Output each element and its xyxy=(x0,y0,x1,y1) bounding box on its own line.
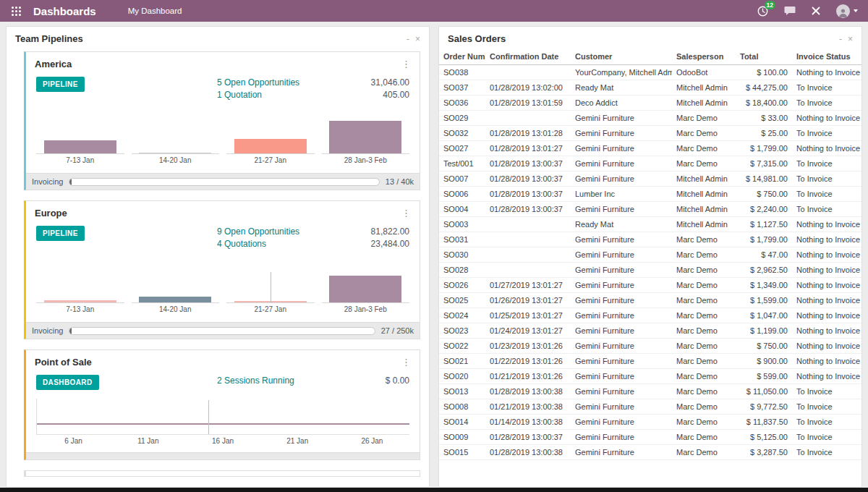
table-cell: Marc Demo xyxy=(672,354,736,369)
kpi-value: $ 0.00 xyxy=(346,375,409,387)
quotations-link[interactable]: 1 Quotation xyxy=(217,89,346,101)
table-row[interactable]: SO029Gemini FurnitureMarc Demo$ 33.00Not… xyxy=(439,111,862,126)
line-chart-pos: 6 Jan11 Jan16 Jan21 Jan26 Jan xyxy=(26,390,420,445)
column-header[interactable]: Invoice Status xyxy=(792,48,862,65)
table-cell: Ready Mat xyxy=(571,80,672,96)
invoicing-row: Invoicing 13 / 40k xyxy=(26,173,420,190)
x-tick-label: 16 Jan xyxy=(185,437,260,445)
bar-group: 28 Jan-3 Feb xyxy=(322,263,410,313)
table-row[interactable]: SO03601/28/2019 13:01:59Deco AddictMitch… xyxy=(439,96,862,111)
bar[interactable] xyxy=(329,276,401,302)
messages-button[interactable] xyxy=(784,6,796,16)
app-title[interactable]: Dashboards xyxy=(33,5,96,17)
x-tick-label: 7-13 Jan xyxy=(36,303,124,313)
kebab-menu-icon[interactable]: ⋮ xyxy=(401,357,411,367)
table-cell: SO025 xyxy=(439,293,485,308)
open-opportunities-link[interactable]: 9 Open Opportunities xyxy=(217,226,346,238)
bar-area xyxy=(226,114,315,154)
table-cell: SO028 xyxy=(439,263,485,278)
column-header[interactable]: Order Number xyxy=(439,48,485,65)
table-row[interactable]: Test/00101/28/2019 13:00:37Gemini Furnit… xyxy=(439,156,862,171)
table-row[interactable]: SO02401/25/2019 13:01:27Gemini Furniture… xyxy=(439,308,862,323)
close-icon[interactable]: × xyxy=(848,34,853,44)
table-row[interactable]: SO00601/28/2019 13:00:37Lumber IncMitche… xyxy=(439,187,862,202)
table-row[interactable]: SO028Gemini FurnitureMarc Demo$ 2,962.50… xyxy=(439,263,862,278)
table-row[interactable]: SO02601/27/2019 13:01:27Gemini Furniture… xyxy=(439,278,862,293)
panel-header: Sales Orders - × xyxy=(439,27,861,48)
dashboard-button[interactable]: DASHBOARD xyxy=(36,375,99,390)
table-row[interactable]: SO00701/28/2019 13:00:37Gemini Furniture… xyxy=(439,171,862,187)
table-row[interactable]: SO01301/28/2019 13:00:38Gemini Furniture… xyxy=(439,384,862,399)
activities-button[interactable]: 12 xyxy=(757,6,768,17)
table-cell: To Invoice xyxy=(792,430,862,445)
table-row[interactable]: SO03701/28/2019 13:02:00Ready MatMitchel… xyxy=(439,80,862,96)
pipeline-button[interactable]: PIPELINE xyxy=(36,77,85,92)
bar[interactable] xyxy=(44,140,116,153)
table-cell: 01/28/2019 13:00:37 xyxy=(485,430,571,445)
table-cell: Ready Mat xyxy=(571,217,672,232)
table-row[interactable]: SO038YourCompany, Mitchell AdminOdooBot$… xyxy=(439,65,862,80)
column-header[interactable]: Salesperson xyxy=(672,48,736,65)
table-cell: Marc Demo xyxy=(672,399,736,415)
x-tick-label: 14-20 Jan xyxy=(132,303,220,313)
table-cell: 01/28/2019 13:01:27 xyxy=(485,141,571,156)
table-row[interactable]: SO02501/26/2019 13:01:27Gemini Furniture… xyxy=(439,293,862,308)
close-session-button[interactable] xyxy=(812,7,820,15)
column-header[interactable]: Total xyxy=(736,48,792,65)
minimize-button[interactable]: - xyxy=(839,34,842,44)
bar[interactable] xyxy=(139,297,211,302)
table-cell: $ 1,599.00 xyxy=(736,293,792,308)
chat-icon xyxy=(784,6,796,16)
user-menu[interactable] xyxy=(836,4,858,18)
table-cell: 01/28/2019 13:01:59 xyxy=(485,96,571,111)
bar-group: 21-27 Jan xyxy=(226,114,315,164)
sessions-running-link[interactable]: 2 Sessions Running xyxy=(217,375,346,387)
kebab-menu-icon[interactable]: ⋮ xyxy=(401,59,411,69)
table-cell: Nothing to Invoice xyxy=(792,111,862,126)
table-cell: Marc Demo xyxy=(672,141,736,156)
table-cell: 01/28/2019 13:01:28 xyxy=(485,126,571,141)
table-cell: 01/28/2019 13:00:37 xyxy=(485,156,571,171)
table-row[interactable]: SO003Ready MatMitchell Admin$ 1,127.50No… xyxy=(439,217,862,232)
bar[interactable] xyxy=(329,121,401,153)
bar[interactable] xyxy=(139,153,211,153)
table-cell: SO009 xyxy=(439,430,485,445)
table-cell: SO006 xyxy=(439,187,485,202)
column-header[interactable]: Customer xyxy=(571,48,672,65)
table-row[interactable]: SO00401/28/2019 13:00:37Gemini Furniture… xyxy=(439,202,862,217)
table-cell: SO003 xyxy=(439,217,485,232)
panel-title: Team Pipelines xyxy=(15,33,83,44)
apps-menu-button[interactable] xyxy=(7,2,25,20)
table-row[interactable]: SO030Gemini FurnitureMarc Demo$ 47.00Not… xyxy=(439,247,862,263)
bar[interactable] xyxy=(44,300,116,302)
table-row[interactable]: SO02001/21/2019 13:01:26Gemini Furniture… xyxy=(439,369,862,384)
table-row[interactable]: SO02701/28/2019 13:01:27Gemini Furniture… xyxy=(439,141,862,156)
quotations-link[interactable]: 4 Quotations xyxy=(217,238,346,250)
line-series[interactable] xyxy=(37,423,409,425)
minimize-button[interactable]: - xyxy=(407,34,409,44)
table-row[interactable]: SO01501/28/2019 13:00:38Gemini Furniture… xyxy=(439,445,862,460)
table-cell: Nothing to Invoice xyxy=(792,65,862,80)
column-header[interactable]: Confirmation Date xyxy=(485,48,571,65)
table-row[interactable]: SO02301/24/2019 13:01:27Gemini Furniture… xyxy=(439,323,862,339)
table-row[interactable]: SO00801/21/2019 13:00:38Gemini Furniture… xyxy=(439,399,862,415)
table-row[interactable]: SO03201/28/2019 13:01:28Gemini Furniture… xyxy=(439,126,862,141)
close-icon[interactable]: × xyxy=(415,34,420,44)
table-row[interactable]: SO00901/28/2019 13:00:37Gemini Furniture… xyxy=(439,430,862,445)
table-cell: SO024 xyxy=(439,308,485,323)
table-row[interactable]: SO02101/22/2019 13:01:26Gemini Furniture… xyxy=(439,354,862,369)
table-cell: Nothing to Invoice xyxy=(792,263,862,278)
open-opportunities-link[interactable]: 5 Open Opportunities xyxy=(217,77,346,89)
bar-group: 7-13 Jan xyxy=(36,263,124,313)
table-cell: SO021 xyxy=(439,354,485,369)
pipeline-button[interactable]: PIPELINE xyxy=(36,226,85,241)
table-row[interactable]: SO02201/23/2019 13:01:26Gemini Furniture… xyxy=(439,339,862,354)
card-america: America ⋮ PIPELINE 5 Open Opportunities … xyxy=(24,51,420,190)
table-row[interactable]: SO031Gemini FurnitureMarc Demo$ 1,799.00… xyxy=(439,232,862,247)
kebab-menu-icon[interactable]: ⋮ xyxy=(401,208,411,218)
menu-my-dashboard[interactable]: My Dashboard xyxy=(128,7,182,15)
table-cell: Mitchell Admin xyxy=(672,202,736,217)
table-row[interactable]: SO01401/14/2019 13:00:38Gemini Furniture… xyxy=(439,415,862,430)
kpi-value: 405.00 xyxy=(346,89,409,101)
bar[interactable] xyxy=(234,139,307,153)
